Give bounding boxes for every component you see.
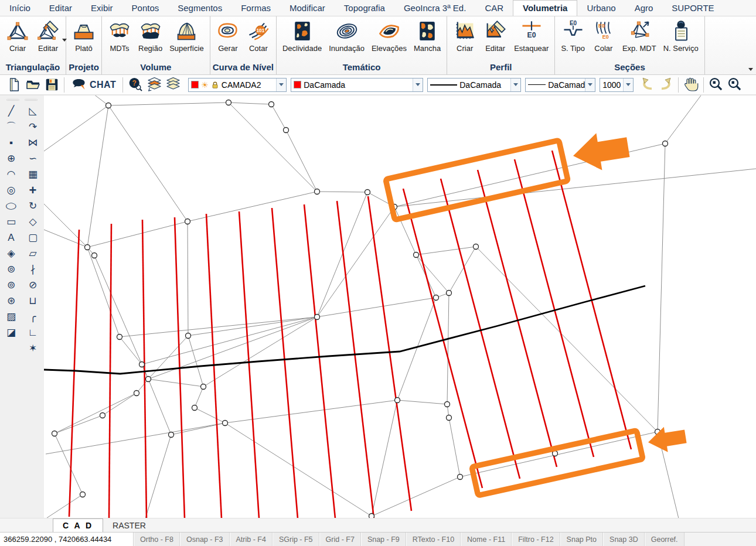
- ribbon-button-regi-o[interactable]: Região: [135, 19, 166, 53]
- scale-combo[interactable]: 1000: [600, 78, 634, 92]
- ribbon-more-arrow-icon[interactable]: [748, 68, 753, 71]
- tab-topografia[interactable]: Topografia: [335, 1, 394, 16]
- ribbon-button-eleva-es[interactable]: Elevações: [368, 19, 410, 53]
- snap-toggle-nome-f11[interactable]: Nome - F11: [461, 533, 512, 546]
- linetype-combo-dropdown-button[interactable]: [510, 79, 520, 91]
- snap-toggle-atrib-f4[interactable]: Atrib - F4: [230, 533, 273, 546]
- ribbon-button-criar[interactable]: Criar: [2, 19, 33, 53]
- tool-text[interactable]: A: [1, 230, 21, 245]
- palette-grips[interactable]: [0, 98, 44, 103]
- ribbon-button-plat-[interactable]: Platô: [69, 19, 99, 53]
- tab-geoincra-3-ed-[interactable]: GeoIncra 3ª Ed.: [394, 1, 475, 16]
- ribbon-button-gerar[interactable]: Gerar: [213, 19, 243, 53]
- tool-arc[interactable]: ◠: [1, 166, 21, 182]
- tool-explode[interactable]: ✶: [23, 340, 43, 356]
- tool-rotate[interactable]: ↻: [23, 198, 43, 214]
- tab-formas[interactable]: Formas: [231, 1, 280, 16]
- tool-move-points[interactable]: ↷: [23, 119, 43, 135]
- tool-stretch[interactable]: ⊔: [23, 293, 43, 309]
- color-combo-dropdown-button[interactable]: [413, 79, 423, 91]
- tab-modificar[interactable]: Modificar: [280, 1, 335, 16]
- snap-toggle-grid-f7[interactable]: Grid - F7: [319, 533, 361, 546]
- redo-button[interactable]: [656, 76, 675, 94]
- tab-agro[interactable]: Agro: [625, 1, 663, 16]
- tool-circle-ref[interactable]: ⊚: [1, 261, 21, 277]
- tool-erase[interactable]: ◺: [23, 103, 43, 119]
- ribbon-button-s-tipo[interactable]: E0S. Tipo: [557, 19, 588, 53]
- ribbon-button-editar[interactable]: Editar: [33, 19, 63, 53]
- ribbon-button-mdts[interactable]: MDTs: [104, 19, 135, 53]
- snap-toggle-filtro-f12[interactable]: Filtro - F12: [512, 533, 560, 546]
- snap-toggle-snap-f9[interactable]: Snap - F9: [361, 533, 406, 546]
- tab-segmentos[interactable]: Segmentos: [168, 1, 231, 16]
- ribbon-button-colar[interactable]: E0E0Colar: [588, 19, 619, 53]
- layers-button[interactable]: [164, 76, 182, 94]
- layers-down-button[interactable]: [145, 76, 164, 94]
- tool-circle-arrow[interactable]: ⊛: [1, 293, 21, 309]
- snap-toggle-osnap-f3[interactable]: Osnap - F3: [180, 533, 230, 546]
- doc-tab-raster[interactable]: RASTER: [103, 518, 155, 532]
- tool-offset[interactable]: ∽: [23, 151, 43, 166]
- tool-hatch-solid[interactable]: ◪: [1, 325, 21, 340]
- layer-combo[interactable]: ☀CAMADA2: [188, 78, 287, 92]
- ribbon-button-superf-cie[interactable]: Superfície: [166, 19, 207, 53]
- color-combo[interactable]: DaCamada: [291, 78, 423, 92]
- save-button[interactable]: [42, 76, 61, 94]
- help-button[interactable]: ?: [126, 76, 145, 94]
- tab-volumetria[interactable]: Volumetria: [513, 0, 577, 16]
- linetype-combo[interactable]: DaCamada: [427, 78, 521, 92]
- tool-arc-segment[interactable]: ⌒: [1, 119, 21, 135]
- tool-point[interactable]: ▪: [1, 135, 21, 151]
- tab-car[interactable]: CAR: [475, 1, 513, 16]
- tool-label-tag[interactable]: ◈: [1, 245, 21, 261]
- snap-toggle-rtexto-f10[interactable]: RTexto - F10: [406, 533, 461, 546]
- new-file-button[interactable]: [5, 76, 23, 94]
- ribbon-button-criar[interactable]: Criar: [449, 19, 480, 53]
- tool-ellipse[interactable]: ◯: [1, 201, 21, 211]
- tool-position[interactable]: ⊕: [1, 151, 21, 166]
- zoom-button[interactable]: [707, 76, 726, 94]
- tool-trim-extend[interactable]: ⊘: [23, 277, 43, 293]
- pan-hand-button[interactable]: [682, 76, 700, 94]
- tab-editar[interactable]: Editar: [40, 1, 81, 16]
- ribbon-button-declividade[interactable]: Declividade: [279, 19, 325, 53]
- tool-circle[interactable]: ◎: [1, 182, 21, 198]
- snap-toggle-snap-3d[interactable]: Snap 3D: [603, 533, 645, 546]
- tool-hatch[interactable]: ▨: [1, 309, 21, 325]
- lineweight-combo-dropdown-button[interactable]: [585, 79, 595, 91]
- tool-mirror[interactable]: ⋈: [23, 135, 43, 151]
- scale-combo-dropdown-button[interactable]: [623, 79, 633, 91]
- tool-trim[interactable]: ∤: [23, 261, 43, 277]
- ribbon-button-editar[interactable]: Editar: [480, 19, 510, 53]
- snap-toggle-snap-pto[interactable]: Snap Pto: [560, 533, 603, 546]
- layer-combo-dropdown-button[interactable]: [276, 79, 286, 91]
- ribbon-button-estaquear[interactable]: E0Estaquear: [510, 19, 552, 53]
- ribbon-button-mancha[interactable]: Mancha: [410, 19, 444, 53]
- doc-tab-c-a-d[interactable]: C A D: [53, 518, 103, 532]
- tab-in-cio[interactable]: Início: [0, 1, 40, 16]
- zoom-extents-button[interactable]: [726, 76, 744, 94]
- tool-line[interactable]: ╱: [1, 103, 21, 119]
- ribbon-button-cotar[interactable]: 101Cotar: [243, 19, 274, 53]
- dropdown-arrow-icon[interactable]: [62, 39, 67, 42]
- tool-array[interactable]: ▦: [23, 166, 43, 182]
- snap-toggle-sgrip-f5[interactable]: SGrip - F5: [273, 533, 319, 546]
- lineweight-combo[interactable]: DaCamada: [525, 78, 595, 92]
- tab-pontos[interactable]: Pontos: [122, 1, 169, 16]
- tool-move[interactable]: +: [23, 182, 43, 198]
- open-folder-button[interactable]: [23, 76, 42, 94]
- tool-align[interactable]: ◇: [23, 214, 43, 230]
- tool-chamfer[interactable]: ∟: [23, 325, 43, 340]
- undo-button[interactable]: [638, 76, 656, 94]
- tool-rectangle[interactable]: ▭: [1, 214, 21, 230]
- ribbon-button-inunda-o[interactable]: Inundação: [325, 19, 368, 53]
- tool-dashed-rect[interactable]: ▢: [23, 230, 43, 245]
- chat-button[interactable]: CHAT: [67, 77, 120, 93]
- snap-toggle-georref-[interactable]: Georref.: [645, 533, 685, 546]
- cad-canvas[interactable]: [44, 95, 756, 518]
- tool-fillet[interactable]: ╭: [23, 309, 43, 325]
- snap-toggle-ortho-f8[interactable]: Ortho - F8: [134, 533, 180, 546]
- ribbon-button-n-servi-o[interactable]: N. Serviço: [660, 19, 702, 53]
- ribbon-button-exp-mdt[interactable]: Exp. MDT: [619, 19, 660, 53]
- tool-trapezoid[interactable]: ▱: [23, 245, 43, 261]
